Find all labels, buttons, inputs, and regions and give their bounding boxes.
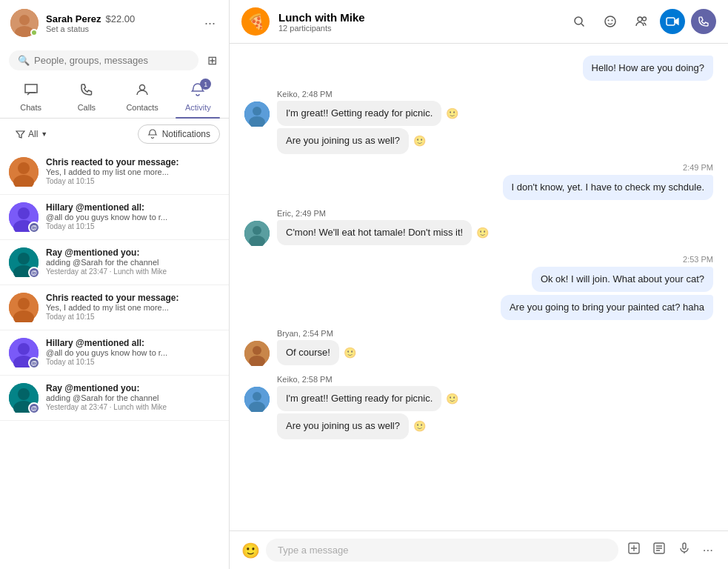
filter-icon <box>16 130 25 139</box>
msg-body: Bryan, 2:54 PM Of course! 🙂 <box>277 329 356 365</box>
msg-bubble-wrap: I'm great!! Getting ready for picnic. 🙂 <box>277 101 458 126</box>
activity-avatar: @ <box>9 383 39 413</box>
activity-content: Ray @mentioned you: adding @Sarah for th… <box>46 247 220 276</box>
notifications-button[interactable]: Notifications <box>138 124 220 144</box>
react-emoji-button[interactable]: 🙂 <box>446 107 458 119</box>
save-note-button[interactable] <box>624 539 644 562</box>
msg-bubble-wrap: I'm great!! Getting ready for picnic. 🙂 <box>277 386 458 411</box>
react-emoji-button[interactable]: 🙂 <box>413 420 426 432</box>
message-bubble: C'mon! We'll eat hot tamale! Don't miss … <box>277 220 472 245</box>
svg-point-33 <box>253 226 261 235</box>
search-icon: 🔍 <box>18 55 30 66</box>
react-emoji-button[interactable]: 🙂 <box>413 135 426 147</box>
message-input[interactable] <box>266 539 618 562</box>
bell-icon <box>147 129 158 139</box>
list-item[interactable]: @ Ray @mentioned you: adding @Sarah for … <box>0 240 229 285</box>
msg-group-4: Eric, 2:49 PM C'mon! We'll eat hot tamal… <box>244 209 713 246</box>
status-indicator <box>30 29 38 36</box>
avatar <box>9 157 39 187</box>
msg-group-2: Keiko, 2:48 PM I'm great!! Getting ready… <box>244 90 713 153</box>
people-button[interactable] <box>629 9 654 34</box>
react-emoji-button[interactable]: 🙂 <box>344 347 356 359</box>
search-button[interactable] <box>567 9 592 34</box>
video-button[interactable] <box>660 9 685 34</box>
sidebar: Sarah Perez $22.00 Set a status ··· 🔍 ⊞ … <box>0 0 230 569</box>
msg-group-7: Keiko, 2:58 PM I'm great!! Getting ready… <box>244 375 713 439</box>
svg-point-27 <box>643 17 647 21</box>
list-item[interactable]: Chris reacted to your message: Yes, I ad… <box>0 285 229 330</box>
list-item[interactable]: @ Hillary @mentioned all: @all do you gu… <box>0 330 229 376</box>
user-status[interactable]: Set a status <box>46 24 194 33</box>
calls-icon <box>79 82 94 101</box>
voice-button[interactable] <box>675 539 694 562</box>
chat-input-area: 🙂 ··· <box>230 530 728 569</box>
svg-point-30 <box>253 107 261 116</box>
svg-point-17 <box>18 343 30 355</box>
svg-rect-43 <box>683 543 686 549</box>
msg-sender-time: Keiko, 2:48 PM <box>277 90 458 99</box>
chat-subtitle: 12 participants <box>278 24 558 33</box>
msg-group-1: Hello! How are you doing? <box>244 56 713 81</box>
chat-header-actions <box>567 9 716 34</box>
msg-bubble-wrap: I don't know, yet. I have to check my sc… <box>503 175 713 200</box>
activity-avatar: @ <box>9 338 39 367</box>
svg-point-36 <box>253 346 261 355</box>
avatar <box>244 387 270 412</box>
user-avatar-wrap <box>10 9 39 37</box>
more-options-button[interactable]: ··· <box>201 13 218 34</box>
filter-all-button[interactable]: All ▼ <box>9 125 54 143</box>
chat-header: 🍕 Lunch with Mike 12 participants <box>230 0 728 44</box>
svg-point-5 <box>18 162 30 174</box>
user-price: $22.00 <box>105 13 135 24</box>
chats-icon <box>24 82 39 101</box>
react-emoji-button[interactable]: 🙂 <box>476 227 489 239</box>
chat-header-info: Lunch with Mike 12 participants <box>278 11 558 33</box>
tab-calls[interactable]: Calls <box>59 76 114 118</box>
activity-avatar: @ <box>9 247 39 277</box>
more-actions-button[interactable]: ··· <box>700 540 716 561</box>
tab-chats[interactable]: Chats <box>3 76 59 118</box>
svg-point-24 <box>608 20 610 21</box>
msg-body: Eric, 2:49 PM C'mon! We'll eat hot tamal… <box>277 209 489 245</box>
user-header: Sarah Perez $22.00 Set a status ··· <box>0 0 229 46</box>
msg-body: Keiko, 2:58 PM I'm great!! Getting ready… <box>277 375 458 439</box>
tab-activity[interactable]: 1 Activity <box>170 76 226 118</box>
svg-point-11 <box>18 253 30 264</box>
avatar <box>244 341 270 366</box>
msg-bubble-wrap: C'mon! We'll eat hot tamale! Don't miss … <box>277 220 489 245</box>
filter-bar: All ▼ Notifications <box>0 119 229 150</box>
user-name-price: Sarah Perez $22.00 <box>46 13 194 24</box>
emoji-button[interactable] <box>598 9 623 34</box>
search-input-wrap: 🔍 <box>9 50 198 70</box>
avatar <box>244 221 270 246</box>
activity-content: Hillary @mentioned all: @all do you guys… <box>46 338 220 366</box>
time-label: 2:53 PM <box>683 255 713 264</box>
phone-button[interactable] <box>691 9 716 34</box>
list-item[interactable]: @ Hillary @mentioned all: @all do you gu… <box>0 195 229 240</box>
grid-view-button[interactable]: ⊞ <box>204 50 220 70</box>
react-emoji-button[interactable]: 🙂 <box>446 393 458 405</box>
messages-area: Hello! How are you doing? Keiko, 2:48 PM… <box>230 44 728 530</box>
msg-bubble-wrap: Hello! How are you doing? <box>583 56 713 81</box>
tab-calls-label: Calls <box>78 103 96 112</box>
msg-bubble-wrap: Are you joining us as well? 🙂 <box>277 128 458 153</box>
svg-point-20 <box>18 388 30 400</box>
activity-avatar <box>9 157 39 187</box>
list-item[interactable]: @ Ray @mentioned you: adding @Sarah for … <box>0 376 229 421</box>
mention-badge: @ <box>28 222 40 233</box>
msg-bubble-wrap: Are you joining us as well? 🙂 <box>277 413 458 439</box>
msg-bubble-wrap: Of course! 🙂 <box>277 340 356 365</box>
list-item[interactable]: Chris reacted to your message: Yes, I ad… <box>0 150 229 195</box>
svg-point-23 <box>605 16 615 27</box>
tab-contacts[interactable]: Contacts <box>115 76 170 118</box>
search-input[interactable] <box>34 55 190 66</box>
format-button[interactable] <box>649 539 669 562</box>
user-info: Sarah Perez $22.00 Set a status <box>46 13 194 33</box>
mention-badge: @ <box>28 267 40 279</box>
svg-point-1 <box>19 15 30 25</box>
tab-contacts-label: Contacts <box>126 103 158 112</box>
emoji-picker-button[interactable]: 🙂 <box>241 542 260 559</box>
message-bubble: Are you joining us as well? <box>277 413 409 439</box>
contacts-icon <box>135 82 150 101</box>
activity-content: Chris reacted to your message: Yes, I ad… <box>46 157 220 185</box>
